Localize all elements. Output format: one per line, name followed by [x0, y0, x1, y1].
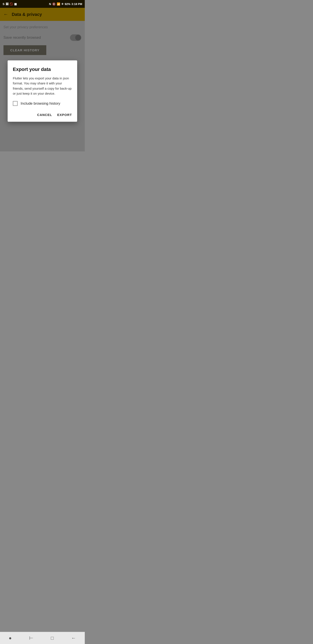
dialog-actions: CANCEL EXPORT: [13, 112, 72, 118]
app-icon-s: S: [2, 2, 4, 6]
wifi-icon: 📶: [57, 2, 60, 6]
misc-icon: ▦: [14, 2, 17, 6]
export-data-dialog: Export your data Flutter lets you export…: [7, 60, 77, 122]
back-button[interactable]: ←: [3, 12, 8, 17]
airplane-icon: ✈: [61, 2, 64, 6]
navigation-icon: 🚫: [9, 2, 13, 6]
nfc-icon: N: [49, 2, 51, 6]
dialog-title: Export your data: [13, 66, 72, 72]
include-browsing-history-checkbox[interactable]: [13, 101, 17, 106]
status-left-icons: S 🖼 🚫 ▦: [2, 2, 17, 6]
mute-icon: 🔇: [52, 2, 56, 6]
cancel-button[interactable]: CANCEL: [37, 112, 52, 118]
background-content: Set your privacy preferences Save recent…: [0, 21, 85, 152]
status-bar: S 🖼 🚫 ▦ N 🔇 📶 ✈ 92% 3:18 PM: [0, 0, 85, 8]
battery-text: 92%: [65, 2, 70, 6]
include-browsing-history-row[interactable]: Include browsing history: [13, 101, 72, 106]
export-button[interactable]: EXPORT: [57, 112, 72, 118]
app-bar: ← Data & privacy: [0, 8, 85, 21]
status-right-info: N 🔇 📶 ✈ 92% 3:18 PM: [49, 2, 82, 6]
dialog-body: Flutter lets you export your data in jso…: [13, 76, 72, 96]
time-text: 3:18 PM: [71, 2, 82, 6]
gallery-icon: 🖼: [6, 2, 8, 6]
include-browsing-history-label: Include browsing history: [21, 102, 60, 106]
page-title: Data & privacy: [12, 12, 42, 17]
